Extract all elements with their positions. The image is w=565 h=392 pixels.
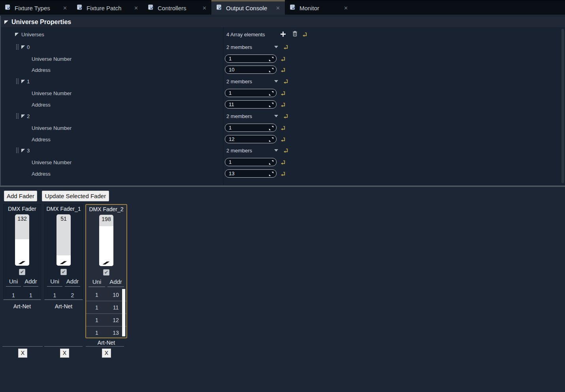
reset-to-default-icon[interactable] xyxy=(281,90,286,96)
address-input[interactable]: 11 xyxy=(225,100,277,109)
chevron-down-icon[interactable] xyxy=(274,115,278,117)
addr-header: Addr xyxy=(65,278,80,287)
close-icon[interactable]: ✕ xyxy=(343,5,349,11)
drag-handle-icon[interactable] xyxy=(16,78,19,84)
add-element-icon[interactable] xyxy=(280,31,286,37)
reset-to-default-icon[interactable] xyxy=(281,67,286,72)
element-index: 3 xyxy=(27,147,30,153)
tab-output-console[interactable]: Output Console ✕ xyxy=(211,0,285,15)
patch-list-scrollbar[interactable] xyxy=(122,289,125,336)
fader-value: 51 xyxy=(56,216,71,222)
tab-fixture-patch[interactable]: Fixture Patch ✕ xyxy=(72,1,143,15)
address-input[interactable]: 13 xyxy=(225,169,277,178)
address-input[interactable]: 10 xyxy=(225,66,277,74)
expanded-arrow-icon[interactable] xyxy=(21,79,26,84)
addr-value: 10 xyxy=(107,292,124,298)
addr-value: 11 xyxy=(107,304,124,311)
remove-fader-button[interactable]: X xyxy=(18,349,27,358)
universe-number-row: Universe Number 1 xyxy=(1,156,562,168)
members-summary: 2 members xyxy=(226,147,252,153)
app-window: Fixture Types ✕ Fixture Patch ✕ Controll… xyxy=(0,0,565,392)
reset-to-default-icon[interactable] xyxy=(283,148,288,153)
expanded-arrow-icon[interactable] xyxy=(21,45,26,49)
universe-number-row: Universe Number 1 xyxy=(1,53,562,64)
reset-to-default-icon[interactable] xyxy=(283,79,288,84)
universe-number-input[interactable]: 1 xyxy=(225,54,277,63)
field-label: Address xyxy=(32,171,51,176)
expanded-arrow-icon[interactable] xyxy=(21,114,26,118)
reset-to-default-icon[interactable] xyxy=(281,125,286,130)
reset-to-default-icon[interactable] xyxy=(281,137,286,142)
fader-slider[interactable]: 51 xyxy=(56,214,71,266)
reset-to-default-icon[interactable] xyxy=(281,159,286,165)
fader-name: DMX Fader_1 xyxy=(45,206,83,212)
fader-footer-divider xyxy=(2,346,43,347)
chevron-down-icon[interactable] xyxy=(274,149,278,152)
dmx-fader-widget-selected[interactable]: DMX Fader_2 198 ✔ Uni Addr 1 10 1 11 xyxy=(85,204,127,338)
close-icon[interactable]: ✕ xyxy=(62,5,68,11)
add-fader-button[interactable]: Add Fader xyxy=(4,191,37,201)
address-row: Address 13 xyxy=(1,168,562,179)
tab-controllers[interactable]: Controllers ✕ xyxy=(143,1,211,15)
chevron-down-icon[interactable] xyxy=(274,80,278,83)
reset-to-default-icon[interactable] xyxy=(281,56,286,61)
close-icon[interactable]: ✕ xyxy=(275,5,281,11)
drag-value-icon xyxy=(269,160,274,165)
universe-number-input[interactable]: 1 xyxy=(225,89,277,97)
universe-properties-header[interactable]: Universe Properties xyxy=(1,17,565,27)
array-summary: 4 Array elements xyxy=(226,31,265,37)
tab-monitor[interactable]: Monitor ✕ xyxy=(285,1,353,15)
delete-all-icon[interactable] xyxy=(292,31,298,37)
fader-slider[interactable]: 132 xyxy=(15,214,29,266)
patch-row: 1 11 xyxy=(86,301,126,314)
fader-table-header: Uni Addr xyxy=(86,278,126,287)
update-selected-fader-button[interactable]: Update Selected Fader xyxy=(42,191,109,201)
universes-array-row: Universes 4 Array elements xyxy=(1,28,562,40)
array-element-row: 2 2 members xyxy=(1,110,562,122)
drag-handle-icon[interactable] xyxy=(16,44,19,50)
field-label: Universe Number xyxy=(32,56,72,62)
fader-footer-divider xyxy=(44,346,83,347)
reset-to-default-icon[interactable] xyxy=(283,44,288,49)
field-label: Universe Number xyxy=(32,125,72,131)
fader-name: DMX Fader xyxy=(4,206,41,212)
members-summary: 2 members xyxy=(226,113,252,119)
universe-number-row: Universe Number 1 xyxy=(1,122,562,133)
close-icon[interactable]: ✕ xyxy=(202,5,207,11)
expanded-arrow-icon[interactable] xyxy=(21,148,26,153)
address-input[interactable]: 12 xyxy=(225,135,277,143)
addr-header: Addr xyxy=(23,278,38,287)
tab-label: Output Console xyxy=(226,5,267,11)
document-check-icon xyxy=(290,4,296,11)
drag-handle-icon[interactable] xyxy=(16,113,19,119)
dmx-fader-widget[interactable]: DMX Fader 132 ✔ Uni Addr 1 1 xyxy=(3,204,41,300)
uni-header: Uni xyxy=(89,278,105,287)
fader-enable-checkbox[interactable]: ✔ xyxy=(103,269,109,276)
field-label: Universe Number xyxy=(32,159,72,165)
uni-value: 1 xyxy=(89,292,105,298)
close-icon[interactable]: ✕ xyxy=(133,5,139,11)
fader-enable-checkbox[interactable]: ✔ xyxy=(19,269,25,275)
fader-slider[interactable]: 198 xyxy=(99,215,113,266)
remove-fader-button[interactable]: X xyxy=(102,349,111,358)
array-element-row: 1 2 members xyxy=(1,75,562,87)
document-check-icon xyxy=(148,4,154,11)
reset-to-default-icon[interactable] xyxy=(302,32,307,37)
tab-fixture-types[interactable]: Fixture Types ✕ xyxy=(0,1,72,15)
expanded-arrow-icon[interactable] xyxy=(15,32,19,37)
reset-to-default-icon[interactable] xyxy=(283,113,288,118)
patch-list[interactable]: 1 10 1 11 1 12 1 13 xyxy=(86,289,126,338)
chevron-down-icon[interactable] xyxy=(274,46,278,48)
members-summary: 2 members xyxy=(226,44,252,50)
reset-to-default-icon[interactable] xyxy=(281,171,286,176)
drag-handle-icon[interactable] xyxy=(16,147,19,154)
slider-fill xyxy=(99,226,113,266)
universe-number-input[interactable]: 1 xyxy=(225,124,277,132)
remove-fader-button[interactable]: X xyxy=(60,349,69,358)
dmx-fader-widget[interactable]: DMX Fader_1 51 ✔ Uni Addr 1 2 xyxy=(44,204,83,300)
vertical-scrollbar[interactable] xyxy=(561,29,564,183)
fader-enable-checkbox[interactable]: ✔ xyxy=(60,269,67,275)
reset-to-default-icon[interactable] xyxy=(281,102,286,107)
addr-header: Addr xyxy=(107,278,124,287)
universe-number-input[interactable]: 1 xyxy=(225,158,277,166)
